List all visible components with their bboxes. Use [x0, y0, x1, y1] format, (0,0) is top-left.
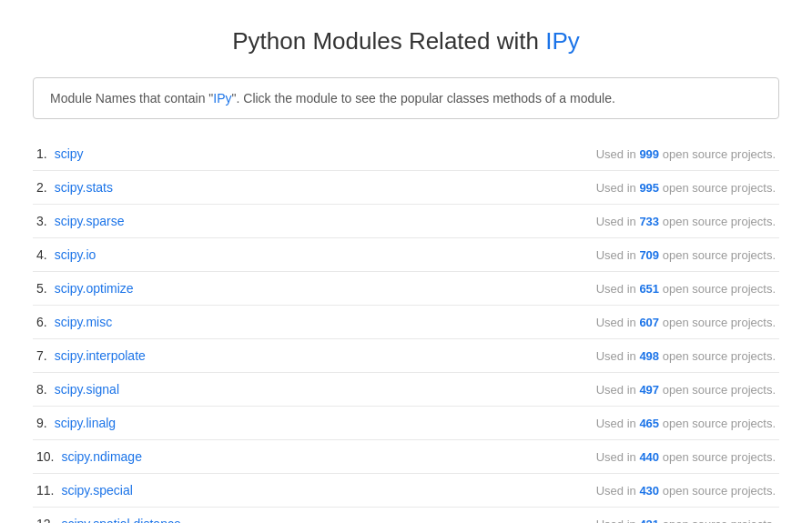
module-left: 4.scipy.io	[36, 247, 96, 262]
module-number: 5.	[36, 281, 47, 296]
module-number: 1.	[36, 146, 47, 161]
module-left: 12.scipy.spatial.distance	[36, 517, 181, 523]
module-usage: Used in 430 open source projects.	[596, 484, 776, 498]
usage-count: 440	[639, 450, 659, 464]
list-item: 10.scipy.ndimageUsed in 440 open source …	[33, 440, 779, 474]
module-link[interactable]: scipy.io	[55, 247, 96, 262]
module-number: 2.	[36, 180, 47, 195]
page-title-prefix: Python Modules Related with	[232, 27, 545, 55]
module-link[interactable]: scipy.spatial.distance	[61, 517, 180, 523]
module-link[interactable]: scipy.sparse	[55, 214, 125, 228]
module-link[interactable]: scipy.ndimage	[61, 449, 141, 464]
module-number: 10.	[36, 449, 54, 464]
module-left: 2.scipy.stats	[36, 180, 113, 195]
list-item: 8.scipy.signalUsed in 497 open source pr…	[33, 373, 779, 407]
module-left: 10.scipy.ndimage	[36, 449, 142, 464]
usage-count: 498	[639, 349, 659, 363]
module-number: 11.	[36, 483, 54, 498]
module-link[interactable]: scipy.misc	[55, 315, 113, 329]
list-item: 4.scipy.ioUsed in 709 open source projec…	[33, 238, 779, 272]
list-item: 6.scipy.miscUsed in 607 open source proj…	[33, 306, 779, 339]
usage-count: 733	[639, 215, 659, 228]
list-item: 7.scipy.interpolateUsed in 498 open sour…	[33, 339, 779, 373]
list-item: 3.scipy.sparseUsed in 733 open source pr…	[33, 205, 779, 238]
module-link[interactable]: scipy.interpolate	[55, 348, 146, 363]
module-left: 9.scipy.linalg	[36, 416, 116, 430]
page-wrapper: Python Modules Related with IPy Module N…	[15, 0, 797, 523]
info-text-before: Module Names that contain "	[50, 91, 213, 106]
module-usage: Used in 999 open source projects.	[596, 147, 776, 161]
module-number: 4.	[36, 247, 47, 262]
module-link[interactable]: scipy.optimize	[55, 281, 134, 296]
module-list: 1.scipyUsed in 999 open source projects.…	[33, 137, 779, 523]
module-number: 6.	[36, 315, 47, 329]
usage-count: 465	[639, 417, 659, 430]
module-number: 3.	[36, 214, 47, 228]
list-item: 5.scipy.optimizeUsed in 651 open source …	[33, 272, 779, 306]
module-link[interactable]: scipy.linalg	[55, 416, 116, 430]
module-usage: Used in 498 open source projects.	[596, 349, 776, 363]
usage-count: 497	[639, 383, 659, 397]
module-usage: Used in 995 open source projects.	[596, 181, 776, 195]
module-link[interactable]: scipy	[55, 146, 84, 161]
module-number: 7.	[36, 348, 47, 363]
module-usage: Used in 709 open source projects.	[596, 248, 776, 262]
module-link[interactable]: scipy.stats	[55, 180, 113, 195]
list-item: 9.scipy.linalgUsed in 465 open source pr…	[33, 407, 779, 440]
module-left: 5.scipy.optimize	[36, 281, 134, 296]
module-usage: Used in 497 open source projects.	[596, 383, 776, 397]
info-text-after: ". Click the module to see the popular c…	[232, 91, 615, 106]
module-usage: Used in 465 open source projects.	[596, 417, 776, 430]
module-left: 1.scipy	[36, 146, 84, 161]
module-usage: Used in 421 open source projects.	[596, 518, 776, 524]
usage-count: 430	[639, 484, 659, 498]
module-number: 12.	[36, 517, 54, 523]
page-title: Python Modules Related with IPy	[33, 27, 779, 55]
page-title-highlight: IPy	[545, 27, 580, 55]
module-link[interactable]: scipy.signal	[55, 382, 119, 397]
module-left: 8.scipy.signal	[36, 382, 119, 397]
usage-count: 709	[639, 248, 659, 262]
list-item: 12.scipy.spatial.distanceUsed in 421 ope…	[33, 508, 779, 523]
module-usage: Used in 733 open source projects.	[596, 215, 776, 228]
module-number: 9.	[36, 416, 47, 430]
list-item: 11.scipy.specialUsed in 430 open source …	[33, 474, 779, 508]
module-left: 7.scipy.interpolate	[36, 348, 146, 363]
module-link[interactable]: scipy.special	[61, 483, 132, 498]
module-usage: Used in 607 open source projects.	[596, 316, 776, 329]
usage-count: 999	[639, 147, 659, 161]
list-item: 2.scipy.statsUsed in 995 open source pro…	[33, 171, 779, 205]
module-usage: Used in 651 open source projects.	[596, 282, 776, 296]
list-item: 1.scipyUsed in 999 open source projects.	[33, 137, 779, 171]
module-number: 8.	[36, 382, 47, 397]
usage-count: 651	[639, 282, 659, 296]
module-left: 3.scipy.sparse	[36, 214, 124, 228]
module-left: 11.scipy.special	[36, 483, 133, 498]
module-left: 6.scipy.misc	[36, 315, 112, 329]
usage-count: 607	[639, 316, 659, 329]
info-box: Module Names that contain "IPy". Click t…	[33, 77, 779, 119]
usage-count: 421	[639, 518, 659, 524]
module-usage: Used in 440 open source projects.	[596, 450, 776, 464]
usage-count: 995	[639, 181, 659, 195]
info-highlight: IPy	[213, 91, 231, 106]
